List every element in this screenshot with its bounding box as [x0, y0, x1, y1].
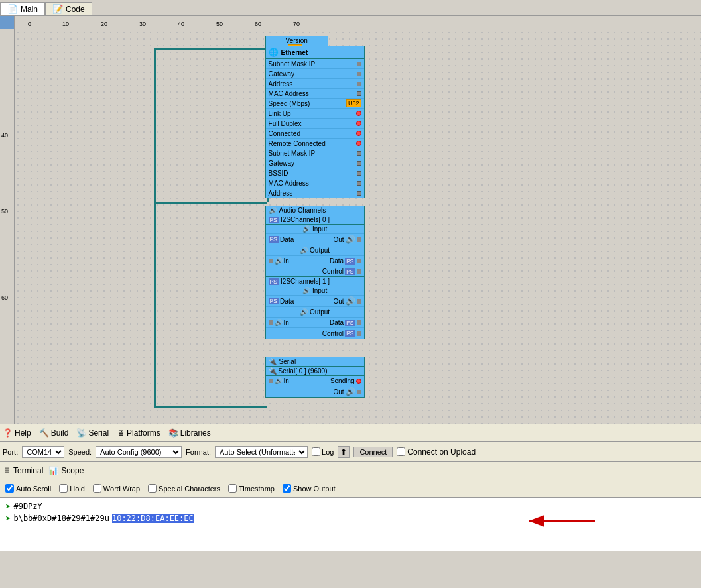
log-checkbox-wrapper: Log [312, 447, 334, 456]
row-address-2: Address [266, 188, 364, 198]
line1-icon: ➤ [5, 501, 11, 512]
scope-tab-label: Scope [61, 466, 84, 475]
terminal-output: ➤ #9DPzY ➤ b\bb#0xD#18#29#1#29u10:22:D8:… [0, 498, 701, 551]
row-gateway-2: Gateway [266, 158, 364, 168]
word-wrap-checkbox[interactable] [93, 484, 101, 493]
tab-code-label: Code [66, 5, 85, 14]
pin-gateway [357, 72, 361, 76]
pin-remote [356, 141, 361, 146]
connect-on-upload-checkbox[interactable] [397, 447, 405, 456]
row-mac-address-2: MAC Address [266, 178, 364, 188]
log-checkbox[interactable] [312, 447, 320, 456]
help-icon: ❓ [3, 428, 13, 438]
pin-ctrl-1 [357, 331, 361, 336]
in-row-1: 🔊 In Data I²S [266, 318, 364, 328]
row-connected: Connected [266, 129, 364, 139]
speed-label: Speed: [68, 448, 92, 456]
row-bssid: BSSID [266, 168, 364, 178]
menu-serial[interactable]: 📡 Serial [76, 428, 109, 438]
special-characters-label: Special Characters [159, 485, 220, 493]
show-output-checkbox[interactable] [283, 484, 291, 493]
ruler-mark-60: 60 [255, 21, 261, 27]
v-line-left [154, 48, 156, 406]
format-select[interactable]: Auto Select (Unformatted [215, 446, 308, 458]
checkbox-row: Auto Scroll Hold Word Wrap Special Chara… [0, 479, 701, 498]
terminal-tab-label: Terminal [13, 466, 43, 475]
i2s-channel-0-header: I²S I2SChannels[ 0 ] [266, 215, 364, 225]
hold-checkbox[interactable] [59, 484, 68, 493]
terminal-tab-row: 🖥 Terminal 📊 Scope [0, 462, 701, 479]
input-row-0: 🔊 Input [266, 225, 364, 234]
menu-help[interactable]: ❓ Help [3, 428, 31, 438]
output-row-1: 🔊 Output [266, 307, 364, 318]
timestamp-checkbox[interactable] [228, 484, 237, 493]
line1-text: #9DPzY [13, 502, 42, 511]
row-subnet-mask-ip-1: Subnet Mask IP [266, 59, 364, 69]
left-ruler-40: 40 [1, 132, 8, 139]
file-icon: 📄 [7, 4, 18, 14]
left-ruler-50: 50 [1, 208, 8, 215]
arrow-svg [522, 511, 602, 531]
menu-build[interactable]: 🔨 Build [39, 428, 69, 438]
ethernet-block: 🌐 Ethernet Subnet Mask IP Gateway [265, 46, 365, 198]
word-wrap-wrapper: Word Wrap [93, 484, 140, 493]
version-label: Version [286, 37, 308, 44]
upload-icon[interactable]: ⬆ [338, 446, 350, 458]
special-characters-checkbox[interactable] [148, 484, 157, 493]
row-link-up: Link Up [266, 109, 364, 119]
menu-libraries[interactable]: 📚 Libraries [168, 428, 211, 438]
ruler-marks: 0 10 20 30 40 50 60 70 [15, 16, 701, 29]
pin-serial-in [269, 379, 273, 383]
menu-platforms[interactable]: 🖥 Platforms [117, 428, 160, 438]
hold-wrapper: Hold [59, 484, 85, 493]
h-line-bot [154, 406, 267, 408]
special-chars-wrapper: Special Characters [148, 484, 220, 493]
ruler-mark-10: 10 [62, 21, 69, 27]
scope-tab[interactable]: 📊 Scope [48, 466, 84, 475]
row-speed: Speed (Mbps) U32 [266, 99, 364, 109]
gateway2-label: Gateway [269, 160, 294, 167]
remote-connected-label: Remote Connected [269, 140, 326, 147]
h-line-top [154, 48, 267, 50]
output-row-0: 🔊 Output [266, 245, 364, 256]
canvas-content[interactable]: Version U32 🌐 Ethernet Subnet Mask IP [15, 29, 701, 424]
tab-code[interactable]: 📝 Code [45, 2, 92, 15]
build-icon: 🔨 [39, 428, 49, 438]
serial-icon: 📡 [76, 428, 86, 438]
serial-channel-0: 🔌 Serial[ 0 ] (9600) [266, 367, 364, 376]
ruler-mark-50: 50 [216, 21, 223, 27]
timestamp-label: Timestamp [239, 485, 275, 493]
line2-icon: ➤ [5, 513, 11, 524]
hold-label: Hold [70, 485, 85, 493]
audio-header: 🔊 Audio Channels [266, 206, 364, 215]
control-row-0: Control I²S [266, 266, 364, 277]
pin-link [356, 111, 361, 116]
menu-libraries-label: Libraries [180, 428, 211, 438]
pin-data-out-0 [357, 259, 361, 263]
tab-main[interactable]: 📄 Main [0, 2, 45, 15]
menubar: ❓ Help 🔨 Build 📡 Serial 🖥 Platforms 📚 Li… [0, 424, 701, 442]
row-gateway-ip: Gateway [266, 69, 364, 79]
connect-button[interactable]: Connect [353, 447, 393, 457]
speed-select[interactable]: Auto Config (9600) [96, 446, 182, 458]
format-label: Format: [186, 448, 211, 456]
speed-value: U32 [346, 99, 361, 107]
pin-data-out-1 [357, 320, 361, 325]
connect-on-upload-label: Connect on Upload [407, 447, 476, 457]
pin-out-1 [357, 299, 361, 304]
pin-connected [356, 131, 361, 136]
row-address-1: Address [266, 79, 364, 89]
pin-subnet2 [357, 151, 361, 156]
input-row-1: 🔊 Input [266, 286, 364, 296]
terminal-tab[interactable]: 🖥 Terminal [3, 466, 43, 475]
h-line-mid [154, 202, 267, 204]
code-icon: 📝 [52, 4, 63, 14]
data-row-1: I²S Data Out 🔊 [266, 296, 364, 307]
port-select[interactable]: COM14 [22, 446, 64, 458]
auto-scroll-checkbox[interactable] [5, 484, 14, 493]
port-toolbar: Port: COM14 Speed: Auto Config (9600) Fo… [0, 442, 701, 462]
pin-mac2 [357, 181, 361, 186]
control-row-1: Control I²S [266, 328, 364, 339]
audio-label: Audio Channels [279, 207, 326, 214]
canvas-area: 40 50 60 Version U32 🌐 [0, 29, 701, 424]
